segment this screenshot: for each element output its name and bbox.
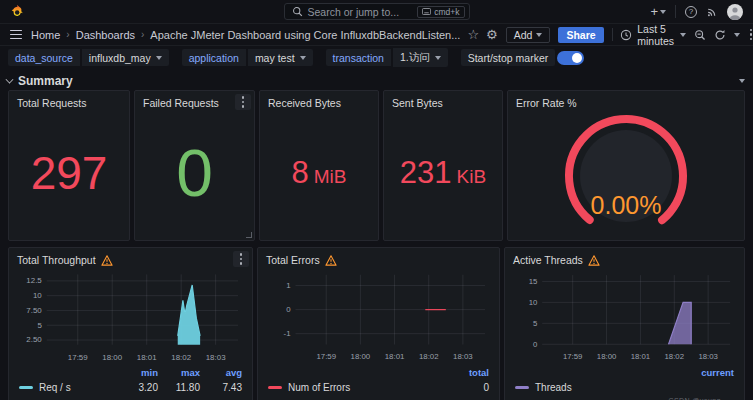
breadcrumb-dashboards[interactable]: Dashboards [76,29,135,41]
legend-header[interactable]: max [158,367,200,378]
legend-item[interactable]: Threads [515,379,734,395]
threads-chart[interactable]: 17:5918:0018:0118:0218:03051015 [513,269,736,365]
legend-header[interactable]: total [447,367,489,378]
panel-title: Total Throughput [17,254,96,266]
svg-text:0: 0 [286,305,291,314]
svg-text:18:02: 18:02 [665,352,684,361]
svg-text:1: 1 [286,281,290,290]
legend-max-value: 11.80 [158,382,200,393]
svg-text:2.50: 2.50 [26,336,42,345]
transaction-select[interactable]: 1.访问 [393,48,448,67]
chart-legend: current Threads [513,365,736,395]
svg-text:18:01: 18:01 [631,352,650,361]
error-rate-value: 0.00% [591,191,662,219]
svg-text:18:03: 18:03 [206,353,226,362]
svg-text:18:00: 18:00 [102,353,122,362]
panel-menu-button[interactable] [235,94,251,110]
settings-gear-icon[interactable]: ⚙ [486,27,498,42]
errors-chart[interactable]: 17:5918:0018:0118:0218:0310-1 [266,269,491,365]
user-avatar[interactable] [727,4,743,20]
failed-requests-value: 0 [176,140,213,206]
panel-received-bytes: Received Bytes 8 MiB [259,90,379,241]
time-range-picker[interactable]: Last 5 minutes [620,23,685,47]
svg-text:18:01: 18:01 [385,352,405,361]
more-options-icon[interactable] [748,27,753,43]
svg-text:0: 0 [533,340,538,349]
panel-resize-handle[interactable] [246,232,252,238]
summary-section-header[interactable]: Summary [0,69,753,90]
panel-title: Received Bytes [268,97,370,109]
news-rss-icon[interactable] [706,6,718,18]
search-icon [292,6,303,17]
svg-text:18:03: 18:03 [453,352,473,361]
search-input[interactable]: Search or jump to... cmd+k [284,3,470,20]
application-select[interactable]: may test [248,49,313,66]
data-source-select[interactable]: influxdb_may [82,49,169,66]
panel-title: Active Threads [513,254,583,266]
chevron-down-icon [536,33,542,37]
menu-toggle-icon[interactable] [8,28,24,42]
warning-icon[interactable] [101,255,113,266]
warning-icon[interactable] [588,255,600,266]
breadcrumb: Home › Dashboards › Apache JMeter Dashbo… [31,29,460,41]
series-color-swatch [515,386,529,389]
series-color-swatch [19,386,33,389]
svg-text:-1: -1 [284,329,291,338]
legend-item[interactable]: Num of Errors 0 [268,379,489,395]
summary-panels-row: Total Requests 297 Failed Requests 0 Rec… [0,90,753,241]
svg-text:5: 5 [37,321,42,330]
breadcrumb-home[interactable]: Home [31,29,60,41]
panel-active-threads: Active Threads 17:5918:0018:0118:0218:03… [504,247,745,400]
svg-text:15: 15 [529,277,538,286]
svg-text:18:00: 18:00 [597,352,617,361]
variable-label: transaction [326,49,391,66]
clock-icon [620,29,632,41]
throughput-chart[interactable]: 17:5918:0018:0118:0218:032.5057.501012.5 [17,269,244,365]
panel-total-throughput: Total Throughput 17:5918:0018:0118:0218:… [8,247,253,400]
keyboard-icon [422,8,431,15]
legend-header[interactable]: current [692,367,734,378]
zoom-out-icon[interactable] [694,29,706,41]
new-button[interactable]: + [650,5,666,18]
breadcrumb-separator: › [66,29,69,40]
warning-icon[interactable] [325,255,337,266]
divider [612,28,613,41]
chart-legend: min max avg Req / s 3.20 11.80 7.43 [17,365,244,395]
grafana-logo[interactable] [10,4,25,19]
legend-item[interactable]: Req / s 3.20 11.80 7.43 [19,379,242,395]
chevron-down-icon [300,56,306,60]
top-bar: Search or jump to... cmd+k + ? [0,0,753,24]
marker-toggle[interactable] [557,51,584,65]
plus-icon: + [650,5,658,18]
variable-data-source: data_source influxdb_may [8,49,169,66]
svg-text:18:00: 18:00 [351,352,371,361]
legend-total-value: 0 [447,382,489,393]
sent-bytes-value: 231 KiB [400,157,486,188]
share-button[interactable]: Share [558,27,603,43]
chevron-down-icon [680,33,686,37]
template-variables-row: data_source influxdb_may application may… [0,46,753,69]
help-icon[interactable]: ? [685,6,697,18]
add-button[interactable]: Add [506,27,551,43]
total-requests-value: 297 [31,150,108,196]
legend-header[interactable]: min [116,367,158,378]
refresh-icon[interactable] [714,29,726,41]
chevron-down-icon [156,56,162,60]
star-icon[interactable]: ☆ [467,27,479,42]
more-options-icon [240,94,247,110]
panel-menu-button[interactable] [233,251,249,267]
received-bytes-value: 8 MiB [292,157,347,188]
breadcrumb-dashboard-title[interactable]: Apache JMeter Dashboard using Core Influ… [150,29,460,41]
divider [675,5,676,18]
chevron-down-icon[interactable] [734,33,740,37]
section-title: Summary [18,74,73,88]
variable-label: application [182,49,246,66]
variable-label: data_source [8,49,80,66]
chevron-down-icon [660,10,666,14]
section-collapse-icon[interactable] [739,79,745,83]
panel-failed-requests: Failed Requests 0 [134,90,255,241]
legend-header[interactable]: avg [200,367,242,378]
svg-text:18:03: 18:03 [698,352,717,361]
svg-text:17:59: 17:59 [563,352,582,361]
variable-application: application may test [182,49,313,66]
